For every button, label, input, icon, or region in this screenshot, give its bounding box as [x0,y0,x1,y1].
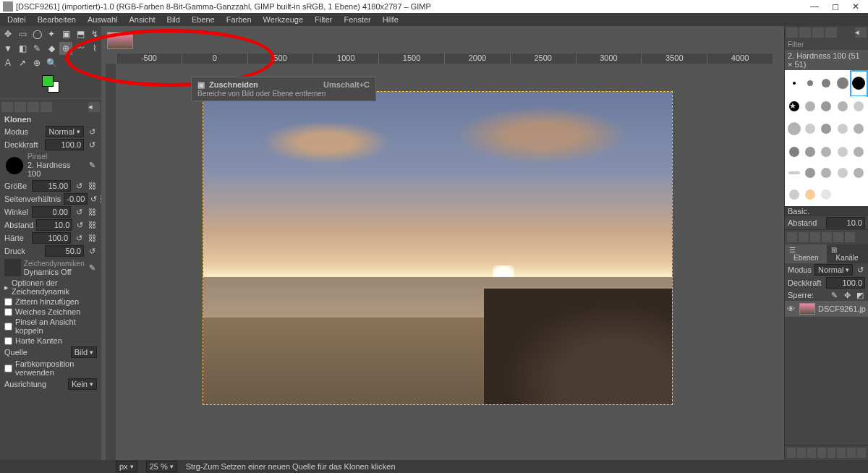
brush-item[interactable] [851,163,867,184]
menu-filter[interactable]: Filter [310,15,336,24]
eye-icon[interactable]: 👁 [787,304,796,313]
brush-item[interactable] [835,142,850,163]
layer-mask-icon[interactable] [847,448,856,458]
link-icon[interactable]: ⛓ [88,220,97,230]
brush-item[interactable] [786,117,801,141]
tab-kanaele[interactable]: ⊞ Kanäle [827,244,867,263]
brush-item[interactable] [819,72,834,95]
dynamics-preview[interactable] [4,259,21,276]
brush-item[interactable] [802,117,817,141]
color-swatch[interactable] [42,75,62,95]
opt-menu-icon[interactable]: ◂ [88,102,100,112]
brush-item[interactable] [786,163,801,184]
brush-item[interactable] [802,163,817,184]
dock-tab[interactable] [799,27,811,38]
dock-menu-icon[interactable]: ◂ [855,27,867,38]
menu-werkzeuge[interactable]: Werkzeuge [259,15,307,24]
brush-item[interactable] [786,72,801,95]
text-tool[interactable]: A [1,56,14,69]
expand-icon[interactable]: ▸ [4,283,9,292]
brush-item[interactable] [835,163,850,184]
brush-preview[interactable] [6,157,23,174]
brush-item[interactable] [786,184,801,205]
free-select-tool[interactable]: ◯ [30,27,43,41]
reset-icon[interactable]: ↺ [856,265,865,275]
brush-item[interactable] [819,142,834,163]
menu-ebene[interactable]: Ebene [187,15,219,24]
gradient-tool[interactable]: ◧ [16,42,29,55]
brush-item[interactable] [819,117,834,141]
menu-fenster[interactable]: Fenster [339,15,375,24]
menu-ansicht[interactable]: Ansicht [124,15,159,24]
crop-tool[interactable]: ▣ [59,27,72,41]
jitter-checkbox[interactable] [4,298,12,306]
eraser-tool[interactable]: ◆ [45,42,58,55]
lock-checkbox[interactable] [4,323,12,331]
brush-item[interactable] [851,117,867,141]
r-spacing-input[interactable]: 10.0 [826,217,865,229]
brush-dup-icon[interactable] [810,232,820,242]
menu-bild[interactable]: Bild [163,15,184,24]
brush-item[interactable] [802,96,817,117]
usecolor-checkbox[interactable] [4,365,12,372]
canvas-area[interactable]: -50005001000150020002500300035004000 ▣Zu… [101,26,784,460]
layer-name[interactable]: DSCF9261.jp [818,304,866,313]
menu-farben[interactable]: Farben [222,15,256,24]
brush-item[interactable] [835,96,850,117]
brush-refresh-icon[interactable] [833,232,843,242]
brush-selected-label[interactable]: 2. Hardness 100 (51 × 51) [785,50,868,70]
brush-item[interactable] [802,184,817,205]
reset-icon[interactable]: ↺ [74,181,84,191]
opt-tab[interactable] [1,102,13,112]
brush-item[interactable] [851,96,867,117]
brush-open-icon[interactable] [845,232,855,242]
layer-up-icon[interactable] [807,448,816,458]
hard-checkbox[interactable] [4,337,12,345]
l-mode-select[interactable]: Normal▾ [814,264,853,276]
smudge-tool[interactable]: 〰 [74,42,87,55]
brush-edit-icon[interactable] [787,232,797,242]
force-input[interactable]: 50.0 [45,245,84,257]
brush-item[interactable] [835,72,850,95]
brush-item[interactable]: ★ [786,96,801,117]
fuzzy-select-tool[interactable]: ✦ [45,27,58,41]
dynamics-edit-icon[interactable]: ✎ [88,263,97,273]
maximize-button[interactable]: ◻ [832,1,839,12]
image-canvas[interactable] [203,91,673,405]
layer-dup-icon[interactable] [827,448,836,458]
ratio-input[interactable]: -0.00 [64,193,88,205]
move-tool[interactable]: ✥ [1,27,14,41]
tab-ebenen[interactable]: ☰ Ebenen [785,244,827,263]
brush-item[interactable] [851,184,867,205]
brush-new-icon[interactable] [799,232,809,242]
bucket-tool[interactable]: ▼ [1,42,14,55]
menu-hilfe[interactable]: Hilfe [378,15,403,24]
reset-icon[interactable]: ↺ [90,194,97,204]
dock-tab[interactable] [786,27,798,38]
brush-item[interactable] [802,142,817,163]
link-icon[interactable]: ⛓ [87,233,97,243]
reset-icon[interactable]: ↺ [87,246,97,256]
minimize-button[interactable]: — [810,1,819,12]
brush-item[interactable] [819,96,834,117]
source-select[interactable]: Bild▾ [71,346,97,358]
mode-select[interactable]: Normal▾ [46,126,84,137]
dock-tab[interactable] [825,27,837,38]
opacity-input[interactable]: 100.0 [45,139,84,150]
menu-bearbeiten[interactable]: Bearbeiten [33,15,80,24]
reset-icon[interactable]: ↺ [74,233,84,243]
opt-tab[interactable] [27,102,39,112]
zoom-tool[interactable]: 🔍 [45,56,58,69]
align-select[interactable]: Kein▾ [68,378,97,390]
measure-tool[interactable]: ⊕ [30,56,43,69]
brush-edit-icon[interactable]: ✎ [87,161,97,171]
spacing-input[interactable]: 10.0 [36,219,72,231]
reset-icon[interactable]: ↺ [74,207,84,217]
opt-tab[interactable] [14,102,26,112]
pencil-tool[interactable]: ✎ [30,42,43,55]
dock-tab[interactable] [812,27,824,38]
reset-icon[interactable]: ↺ [75,220,85,230]
brush-item[interactable] [835,184,850,205]
picker-tool[interactable]: ↗ [16,56,29,69]
smooth-checkbox[interactable] [4,308,12,316]
